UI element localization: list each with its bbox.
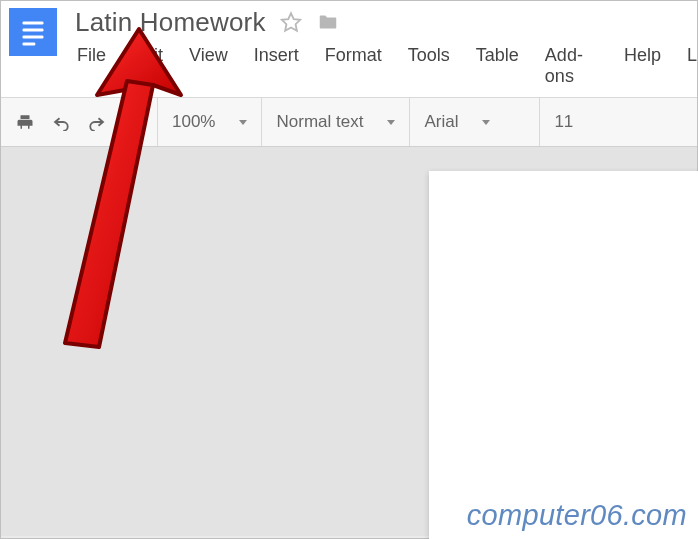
toolbar-actions-group <box>1 98 158 146</box>
undo-icon[interactable] <box>51 113 71 131</box>
font-family-select[interactable]: Arial <box>410 98 540 146</box>
font-size-select[interactable]: 11 <box>540 98 587 146</box>
menu-format[interactable]: Format <box>325 45 382 87</box>
title-row: Latin Homework <box>1 5 697 39</box>
print-icon[interactable] <box>15 113 35 131</box>
zoom-value: 100% <box>172 112 215 132</box>
menu-tools[interactable]: Tools <box>408 45 450 87</box>
document-title[interactable]: Latin Homework <box>75 7 266 38</box>
app-window: Latin Homework File Edit View Insert For… <box>0 0 698 539</box>
menu-table[interactable]: Table <box>476 45 519 87</box>
paragraph-style-select[interactable]: Normal text <box>262 98 410 146</box>
document-page[interactable] <box>429 171 698 539</box>
svg-rect-2 <box>23 36 44 39</box>
folder-icon[interactable] <box>316 11 340 33</box>
star-icon[interactable] <box>280 11 302 33</box>
svg-rect-1 <box>23 29 44 32</box>
menu-insert[interactable]: Insert <box>254 45 299 87</box>
menu-truncated[interactable]: L <box>687 45 697 87</box>
menu-view[interactable]: View <box>189 45 228 87</box>
menu-bar: File Edit View Insert Format Tools Table… <box>1 39 697 97</box>
chevron-down-icon <box>482 120 490 125</box>
document-canvas[interactable] <box>1 147 697 536</box>
app-header: Latin Homework File Edit View Insert For… <box>1 1 697 97</box>
chevron-down-icon <box>239 120 247 125</box>
font-size-value: 11 <box>554 112 573 132</box>
paragraph-style-value: Normal text <box>276 112 363 132</box>
svg-rect-0 <box>23 22 44 25</box>
chevron-down-icon <box>387 120 395 125</box>
watermark-text: computer06.com <box>467 499 687 532</box>
redo-icon[interactable] <box>87 113 107 131</box>
docs-logo-icon[interactable] <box>9 8 57 56</box>
toolbar: 100% Normal text Arial 11 <box>1 97 697 147</box>
menu-addons[interactable]: Add-ons <box>545 45 598 87</box>
zoom-select[interactable]: 100% <box>158 98 262 146</box>
font-family-value: Arial <box>424 112 458 132</box>
menu-help[interactable]: Help <box>624 45 661 87</box>
svg-rect-3 <box>23 43 36 46</box>
paint-format-icon[interactable] <box>123 113 143 131</box>
menu-file[interactable]: File <box>77 45 106 87</box>
svg-marker-4 <box>281 13 299 30</box>
menu-edit[interactable]: Edit <box>132 45 163 87</box>
